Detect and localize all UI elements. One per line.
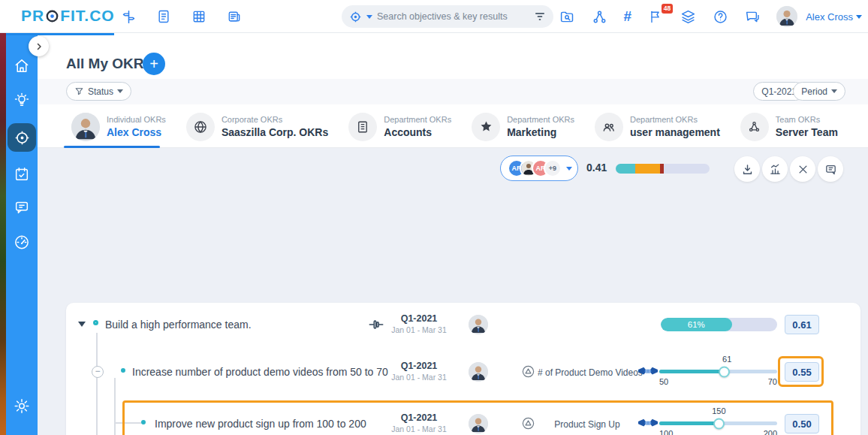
grid-icon[interactable]	[191, 8, 207, 25]
objective-progress-bar: 61%	[661, 318, 777, 331]
feedback-button[interactable]	[818, 156, 843, 182]
close-button[interactable]	[790, 156, 815, 182]
quarter-label: Q1-2021	[761, 86, 797, 97]
folder-search-icon[interactable]	[559, 8, 576, 25]
period-label: Q1-2021	[381, 313, 457, 324]
period-label: Q1-2021	[381, 412, 457, 423]
globe-icon	[186, 113, 215, 141]
key-result-score[interactable]: 0.55	[785, 362, 819, 382]
key-result-row: − Increase number of product demo videos…	[66, 355, 860, 388]
user-avatar[interactable]	[776, 6, 797, 27]
tab-type-label: Department OKRs	[507, 114, 574, 125]
owner-avatar[interactable]	[469, 315, 488, 334]
collapse-node-button[interactable]: −	[92, 366, 104, 378]
collapse-caret-icon[interactable]	[78, 322, 86, 327]
okrs-target-icon-active[interactable]	[8, 123, 36, 152]
top-navigation-bar: PR FIT.CO # 48	[0, 0, 868, 33]
user-menu[interactable]: Alex Cross	[806, 11, 862, 23]
tab-department-okrs-user-management[interactable]: Department OKRsuser management	[595, 113, 720, 141]
search-scope-caret-icon[interactable]	[366, 15, 372, 19]
objective-row: Build a high performance team. Q1-2021 J…	[66, 308, 860, 341]
tab-individual-okrs[interactable]: Individual OKRsAlex Cross	[71, 113, 166, 141]
assignee-caret-icon	[566, 167, 572, 171]
kpi-slider-thumb[interactable]	[719, 366, 730, 377]
gauge-icon[interactable]	[14, 234, 31, 251]
status-distribution-bar	[616, 164, 710, 174]
kpi-slider-fill: 150	[659, 421, 719, 425]
chart-button[interactable]	[762, 156, 788, 182]
owner-avatar[interactable]	[469, 362, 488, 382]
okr-content-area: AR AR +9 0.41	[38, 148, 868, 435]
tab-department-okrs-accounts[interactable]: Department OKRsAccounts	[348, 113, 451, 141]
tab-type-label: Team OKRs	[776, 114, 838, 125]
newspaper-icon[interactable]	[226, 8, 243, 25]
download-button[interactable]	[734, 156, 760, 182]
chat-icon[interactable]	[744, 8, 761, 25]
period-filter-label: Period	[801, 86, 827, 97]
assignee-filter[interactable]: AR AR +9	[500, 156, 578, 181]
hierarchy-icon	[740, 113, 769, 141]
profit-co-logo[interactable]: PR FIT.CO	[21, 7, 115, 25]
kpi-gauge-icon	[521, 364, 535, 379]
kpi-name-label: Product Sign Up	[538, 419, 637, 430]
objective-marker-icon	[93, 320, 98, 325]
org-share-icon[interactable]	[592, 8, 608, 25]
star-icon	[472, 113, 500, 141]
kpi-slider-fill: 61	[659, 370, 724, 373]
key-result-score[interactable]: 0.50	[785, 414, 819, 433]
logo-target-icon	[44, 9, 60, 23]
tab-department-okrs-marketing[interactable]: Department OKRsMarketing	[472, 113, 574, 141]
layers-icon[interactable]	[680, 8, 696, 25]
period-column: Q1-2021 Jan 01 - Mar 31	[381, 313, 457, 334]
period-filter[interactable]: Period	[793, 82, 845, 101]
segment-on-track	[616, 164, 635, 174]
date-range-label: Jan 01 - Mar 31	[381, 373, 457, 382]
segment-at-risk	[660, 164, 664, 174]
tab-type-label: Department OKRs	[384, 114, 451, 125]
help-icon[interactable]	[712, 8, 728, 25]
user-menu-caret-icon	[856, 15, 862, 19]
segment-behind	[635, 164, 660, 174]
gear-icon[interactable]	[14, 397, 31, 415]
home-icon[interactable]	[14, 57, 31, 74]
flag-notifications-icon[interactable]: 48	[647, 8, 664, 25]
okr-level-tabs: Individual OKRsAlex Cross Corporate OKRs…	[38, 106, 868, 148]
hashtag-icon[interactable]: #	[624, 8, 632, 25]
tab-name-label: Alex Cross	[107, 125, 166, 139]
period-column: Q1-2021 Jan 01 - Mar 31	[381, 361, 457, 382]
kpi-slider-thumb[interactable]	[713, 418, 725, 429]
sidebar-expand-button[interactable]	[29, 36, 49, 56]
kpi-current-value: 150	[712, 406, 725, 415]
key-icon[interactable]	[14, 430, 31, 435]
handshake-icon[interactable]	[638, 365, 658, 378]
handshake-icon[interactable]	[638, 417, 658, 430]
left-sidebar	[6, 33, 38, 435]
tab-name-label: user management	[630, 125, 720, 139]
comment-icon[interactable]	[14, 199, 30, 216]
tab-avatar	[71, 113, 100, 141]
tab-name-label: Saaszilla Corp. OKRs	[222, 125, 328, 139]
tab-team-okrs-server-team[interactable]: Team OKRsServer Team	[740, 113, 838, 141]
kpi-max-value: 70	[768, 377, 777, 386]
add-okr-button[interactable]: +	[143, 53, 165, 75]
search-target-icon[interactable]	[349, 11, 362, 23]
objective-title[interactable]: Build a high performance team.	[105, 319, 252, 331]
objective-score[interactable]: 0.61	[785, 315, 819, 334]
roadmap-icon[interactable]	[120, 8, 137, 25]
period-label: Q1-2021	[381, 361, 457, 371]
search-input[interactable]	[377, 11, 529, 22]
key-result-title[interactable]: Improve new product sign up from 100 to …	[155, 418, 366, 430]
owner-avatar[interactable]	[469, 414, 488, 433]
search-filter-icon[interactable]	[534, 11, 546, 23]
lightbulb-icon[interactable]	[14, 92, 31, 109]
tab-name-label: Marketing	[507, 125, 574, 139]
calendar-check-icon[interactable]	[14, 166, 30, 183]
key-result-title[interactable]: Increase number of product demo videos f…	[132, 366, 388, 378]
overall-score: 0.41	[586, 162, 607, 174]
tab-corporate-okrs[interactable]: Corporate OKRsSaaszilla Corp. OKRs	[186, 113, 328, 141]
status-filter[interactable]: Status	[66, 82, 131, 101]
document-icon[interactable]	[155, 8, 172, 25]
page-title: All My OKRs	[66, 56, 152, 72]
desktop-background-strip	[0, 0, 6, 435]
kpi-slider: 150 100 200	[659, 421, 777, 425]
